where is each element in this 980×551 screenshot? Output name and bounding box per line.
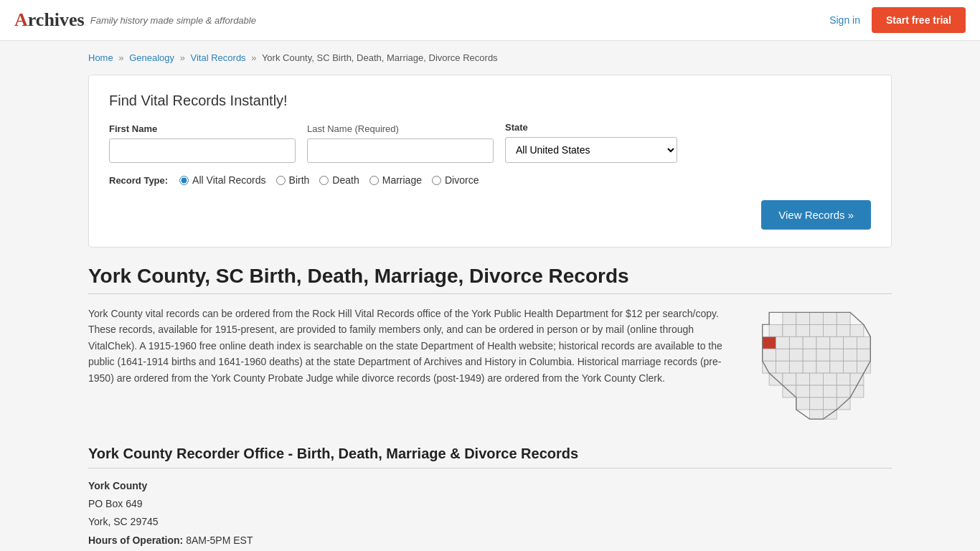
county-name: York County bbox=[88, 477, 892, 495]
search-fields: First Name Last Name (Required) State Al… bbox=[109, 122, 871, 163]
svg-rect-48 bbox=[850, 385, 864, 397]
svg-rect-2 bbox=[810, 312, 824, 324]
breadcrumb-sep-3: » bbox=[251, 52, 256, 63]
breadcrumb-vital-records[interactable]: Vital Records bbox=[191, 52, 246, 63]
svg-rect-6 bbox=[783, 324, 796, 336]
state-select[interactable]: All United StatesAlabamaAlaskaArizonaArk… bbox=[505, 137, 677, 163]
svg-rect-24 bbox=[816, 349, 830, 361]
last-name-label: Last Name (Required) bbox=[307, 123, 494, 134]
svg-rect-25 bbox=[830, 349, 844, 361]
radio-birth[interactable]: Birth bbox=[276, 174, 310, 186]
svg-rect-21 bbox=[776, 349, 790, 361]
recorder-section-title: York County Recorder Office - Birth, Dea… bbox=[88, 446, 892, 468]
svg-rect-51 bbox=[823, 397, 837, 410]
svg-rect-3 bbox=[823, 312, 837, 324]
address-line2: York, SC 29745 bbox=[88, 513, 892, 531]
header-left: Archives Family history made simple & af… bbox=[14, 9, 256, 31]
svg-rect-44 bbox=[796, 385, 810, 397]
breadcrumb-home[interactable]: Home bbox=[88, 52, 113, 63]
first-name-label: First Name bbox=[109, 123, 296, 134]
site-logo: Archives bbox=[14, 9, 85, 31]
last-name-field-group: Last Name (Required) bbox=[307, 123, 494, 163]
svg-rect-27 bbox=[857, 349, 870, 361]
svg-rect-32 bbox=[816, 361, 830, 373]
svg-rect-0 bbox=[783, 312, 796, 324]
main-content: Home » Genealogy » Vital Records » York … bbox=[74, 41, 906, 551]
svg-rect-19 bbox=[857, 336, 870, 349]
breadcrumb-sep-2: » bbox=[180, 52, 185, 63]
svg-rect-10 bbox=[837, 324, 850, 336]
svg-rect-12 bbox=[763, 336, 776, 349]
svg-rect-26 bbox=[844, 349, 857, 361]
first-name-field-group: First Name bbox=[109, 123, 296, 163]
svg-rect-41 bbox=[837, 373, 850, 385]
state-field-group: State All United StatesAlabamaAlaskaAriz… bbox=[505, 122, 677, 163]
record-type-label: Record Type: bbox=[109, 175, 168, 186]
last-name-input[interactable] bbox=[307, 138, 494, 163]
svg-rect-17 bbox=[830, 336, 844, 349]
state-label: State bbox=[505, 122, 677, 133]
svg-rect-35 bbox=[857, 361, 870, 373]
header-tagline: Family history made simple & affordable bbox=[90, 15, 256, 26]
svg-rect-1 bbox=[796, 312, 810, 324]
svg-rect-40 bbox=[823, 373, 837, 385]
title-divider bbox=[88, 293, 892, 294]
svg-rect-9 bbox=[823, 324, 837, 336]
svg-rect-50 bbox=[810, 397, 824, 410]
address-line1: PO Box 649 bbox=[88, 495, 892, 513]
hours-value: 8AM-5PM EST bbox=[186, 534, 253, 546]
record-type-row: Record Type: All Vital Records Birth Dea… bbox=[109, 174, 871, 186]
btn-row: View Records » bbox=[109, 197, 871, 230]
search-box: Find Vital Records Instantly! First Name… bbox=[88, 75, 892, 248]
recorder-section: York County Recorder Office - Birth, Dea… bbox=[88, 446, 892, 551]
radio-divorce[interactable]: Divorce bbox=[432, 174, 479, 186]
svg-rect-31 bbox=[803, 361, 816, 373]
svg-rect-29 bbox=[776, 361, 790, 373]
radio-marriage[interactable]: Marriage bbox=[369, 174, 422, 186]
search-heading: Find Vital Records Instantly! bbox=[109, 93, 871, 109]
svg-rect-16 bbox=[816, 336, 830, 349]
header-right: Sign in Start free trial bbox=[829, 7, 966, 33]
sc-map bbox=[748, 306, 885, 420]
svg-rect-11 bbox=[850, 324, 864, 336]
svg-rect-22 bbox=[789, 349, 803, 361]
start-trial-button[interactable]: Start free trial bbox=[872, 7, 966, 33]
svg-rect-42 bbox=[850, 373, 864, 385]
svg-rect-7 bbox=[796, 324, 810, 336]
breadcrumb-genealogy[interactable]: Genealogy bbox=[129, 52, 174, 63]
svg-rect-34 bbox=[844, 361, 857, 373]
radio-all-vital[interactable]: All Vital Records bbox=[179, 174, 265, 186]
svg-rect-14 bbox=[789, 336, 803, 349]
breadcrumb-current: York County, SC Birth, Death, Marriage, … bbox=[262, 52, 498, 63]
svg-rect-45 bbox=[810, 385, 824, 397]
svg-rect-13 bbox=[776, 336, 790, 349]
svg-rect-39 bbox=[810, 373, 824, 385]
svg-rect-53 bbox=[810, 410, 824, 419]
site-header: Archives Family history made simple & af… bbox=[0, 0, 980, 41]
breadcrumb-sep-1: » bbox=[118, 52, 123, 63]
breadcrumb: Home » Genealogy » Vital Records » York … bbox=[88, 52, 892, 63]
svg-rect-46 bbox=[823, 385, 837, 397]
content-section: York County vital records can be ordered… bbox=[88, 306, 892, 423]
svg-rect-5 bbox=[769, 324, 783, 336]
svg-rect-33 bbox=[830, 361, 844, 373]
svg-rect-15 bbox=[803, 336, 816, 349]
first-name-input[interactable] bbox=[109, 138, 296, 163]
sign-in-link[interactable]: Sign in bbox=[829, 14, 860, 26]
svg-rect-38 bbox=[796, 373, 810, 385]
svg-rect-37 bbox=[783, 373, 796, 385]
hours-row: Hours of Operation: 8AM-5PM EST bbox=[88, 532, 892, 550]
view-records-button[interactable]: View Records » bbox=[761, 200, 871, 230]
page-title: York County, SC Birth, Death, Marriage, … bbox=[88, 265, 892, 288]
svg-rect-4 bbox=[837, 312, 850, 324]
svg-rect-28 bbox=[763, 361, 776, 373]
radio-death[interactable]: Death bbox=[319, 174, 359, 186]
map-container bbox=[748, 306, 892, 423]
hours-label: Hours of Operation: bbox=[88, 534, 183, 546]
content-text: York County vital records can be ordered… bbox=[88, 306, 731, 423]
svg-rect-49 bbox=[796, 397, 810, 410]
svg-rect-8 bbox=[810, 324, 824, 336]
address-block: York County PO Box 649 York, SC 29745 Ho… bbox=[88, 477, 892, 551]
svg-rect-47 bbox=[837, 385, 850, 397]
radio-group: All Vital Records Birth Death Marriage D… bbox=[179, 174, 479, 186]
